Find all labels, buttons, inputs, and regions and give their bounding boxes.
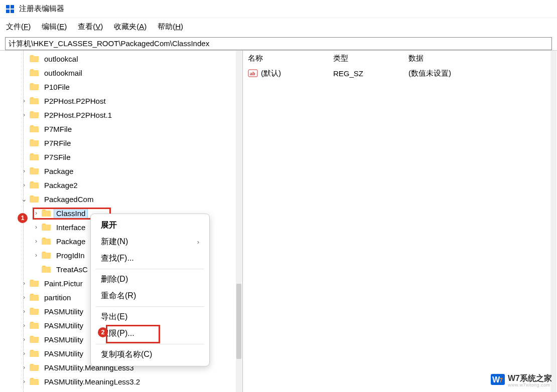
chevron-right-icon[interactable] xyxy=(20,322,28,329)
tree-item[interactable]: PASMUtility.MeaningLess3.2 xyxy=(0,374,242,388)
svg-rect-2 xyxy=(6,10,10,13)
tree-item-label: ProgIdIn xyxy=(54,251,87,260)
value-name: (默认) xyxy=(261,69,281,78)
chevron-right-icon[interactable] xyxy=(32,224,40,231)
folder-icon xyxy=(29,293,39,301)
folder-icon xyxy=(41,251,51,259)
chevron-right-icon[interactable] xyxy=(20,294,28,301)
chevron-right-icon[interactable] xyxy=(20,308,28,315)
tree-item[interactable]: P2PHost.P2PHost xyxy=(0,94,242,108)
tree-item-label: outlookmail xyxy=(42,68,84,78)
tree-item-label: P2PHost.P2PHost xyxy=(42,96,108,106)
tree-spacer xyxy=(20,83,28,90)
tree-item-label: Interface xyxy=(54,223,87,232)
context-menu-item[interactable]: 导出(E) xyxy=(91,309,209,325)
folder-icon xyxy=(41,223,51,231)
values-scrollbar[interactable] xyxy=(550,51,556,392)
annotation-callout-1: 1 xyxy=(18,213,28,223)
tree-item-label: partition xyxy=(42,293,73,302)
chevron-right-icon[interactable] xyxy=(20,167,28,174)
watermark: W7 W7系统之家 www.w7xitong.com xyxy=(491,374,552,388)
tree-item-label: TreatAsC xyxy=(54,265,90,274)
col-header-name[interactable]: 名称 xyxy=(248,54,333,63)
context-menu-item[interactable]: 删除(D) xyxy=(91,271,209,288)
tree-item[interactable]: outlookcal xyxy=(0,52,242,66)
menu-help[interactable]: 帮助(H) xyxy=(157,20,184,34)
context-menu-item[interactable]: 新建(N)› xyxy=(91,234,209,250)
folder-icon xyxy=(29,111,39,119)
tree-scrollbar-thumb[interactable] xyxy=(236,284,241,359)
col-header-data[interactable]: 数据 xyxy=(408,54,557,63)
tree-item[interactable]: P10File xyxy=(0,80,242,94)
tree-item[interactable]: P7RFile xyxy=(0,136,242,150)
menu-separator xyxy=(96,269,204,269)
tree-item[interactable]: P7MFile xyxy=(0,122,242,136)
context-menu-label: 重命名(R) xyxy=(101,291,136,301)
tree-item[interactable]: P7SFile xyxy=(0,150,242,164)
folder-icon xyxy=(29,307,39,315)
chevron-right-icon: › xyxy=(197,238,199,246)
tree-scrollbar[interactable] xyxy=(236,51,242,392)
tree-item-label: PackagedCom xyxy=(42,194,95,204)
chevron-right-icon[interactable] xyxy=(20,336,28,343)
address-input[interactable]: 计算机\HKEY_CLASSES_ROOT\PackagedCom\ClassI… xyxy=(5,37,552,50)
watermark-logo: W7 xyxy=(491,374,505,388)
context-menu-label: 展开 xyxy=(101,220,117,231)
tree-item-label: Package2 xyxy=(42,180,80,190)
tree-spacer xyxy=(32,266,40,273)
tree-item-label: PASMUtility.MeaningLess3.2 xyxy=(42,377,142,386)
window-title: 注册表编辑器 xyxy=(19,4,64,14)
folder-icon xyxy=(29,195,39,203)
menu-separator xyxy=(96,306,204,307)
chevron-down-icon[interactable] xyxy=(20,195,28,203)
tree-spacer xyxy=(20,125,28,132)
folder-icon xyxy=(41,237,51,245)
folder-icon xyxy=(29,167,39,175)
tree-item[interactable]: Package xyxy=(0,164,242,178)
tree-item[interactable]: outlookmail xyxy=(0,66,242,80)
tree-item[interactable]: P2PHost.P2PHost.1 xyxy=(0,108,242,122)
folder-icon xyxy=(29,97,39,105)
folder-icon xyxy=(29,181,39,189)
tree-item-label: PASMUtility xyxy=(42,307,85,316)
menu-favorites[interactable]: 收藏夹(A) xyxy=(113,20,148,34)
folder-icon xyxy=(29,125,39,133)
context-menu-item[interactable]: 复制项名称(C) xyxy=(91,346,209,363)
context-menu-item[interactable]: 重命名(R) xyxy=(91,288,209,304)
chevron-right-icon[interactable] xyxy=(20,350,28,357)
chevron-right-icon[interactable] xyxy=(20,378,28,385)
address-text: 计算机\HKEY_CLASSES_ROOT\PackagedCom\ClassI… xyxy=(9,39,209,49)
tree-spacer xyxy=(20,139,28,146)
menu-view[interactable]: 查看(V) xyxy=(77,20,104,34)
context-menu: 展开新建(N)›查找(F)...删除(D)重命名(R)导出(E)权限(P)...… xyxy=(90,214,210,366)
tree-item-label: PASMUtility xyxy=(42,349,85,358)
chevron-right-icon[interactable] xyxy=(20,97,28,104)
tree-spacer xyxy=(20,55,28,62)
folder-icon xyxy=(29,349,39,357)
context-menu-label: 查找(F)... xyxy=(101,253,134,264)
col-header-type[interactable]: 类型 xyxy=(333,54,408,63)
chevron-right-icon[interactable] xyxy=(20,280,28,287)
svg-rect-1 xyxy=(11,5,14,9)
tree-item[interactable]: Package2 xyxy=(0,178,242,192)
menu-separator xyxy=(96,344,204,344)
chevron-right-icon[interactable] xyxy=(32,252,40,259)
tree-item[interactable]: PackagedCom xyxy=(0,192,242,206)
svg-text:ab: ab xyxy=(250,71,255,76)
tree-item-label: Package xyxy=(54,237,87,246)
folder-icon xyxy=(29,83,39,91)
context-menu-item[interactable]: 查找(F)... xyxy=(91,250,209,267)
content-area: outlookcal outlookmail P10FileP2PHost.P2… xyxy=(0,50,557,392)
menu-file[interactable]: 文件(F) xyxy=(5,20,32,34)
tree-spacer xyxy=(20,69,28,76)
chevron-right-icon[interactable] xyxy=(20,111,28,118)
chevron-right-icon[interactable] xyxy=(20,364,28,371)
context-menu-item[interactable]: 展开 xyxy=(91,217,209,234)
chevron-right-icon[interactable] xyxy=(32,238,40,245)
tree-item-label: P2PHost.P2PHost.1 xyxy=(42,110,114,120)
value-row[interactable]: ab (默认) REG_SZ (数值未设置) xyxy=(243,66,557,81)
chevron-right-icon[interactable] xyxy=(20,181,28,188)
menu-edit[interactable]: 编辑(E) xyxy=(41,20,68,34)
tree-spacer xyxy=(20,153,28,160)
tree-item-label: PASMUtility xyxy=(42,321,85,330)
